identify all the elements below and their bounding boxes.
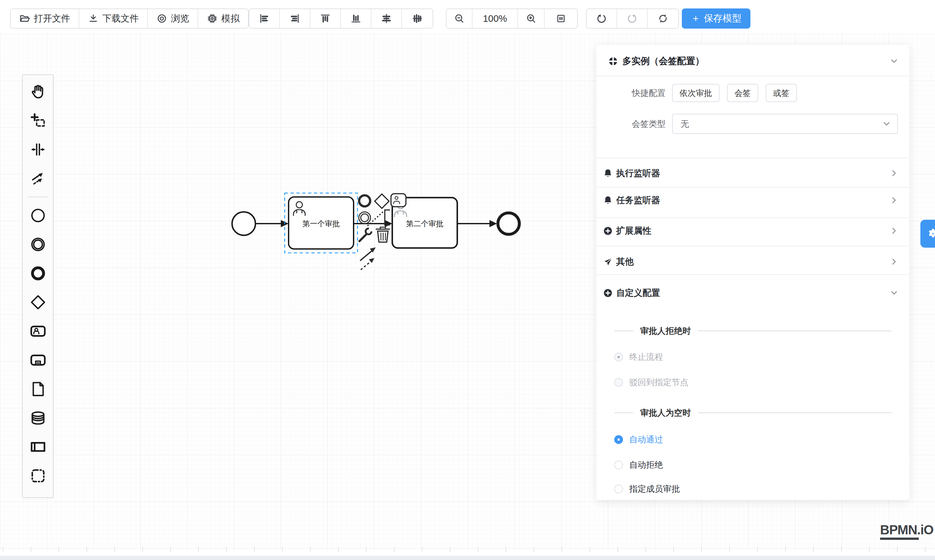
chevron-right-icon bbox=[889, 195, 899, 205]
create-end-event[interactable] bbox=[30, 265, 46, 282]
divider bbox=[614, 412, 633, 413]
hand-tool[interactable] bbox=[30, 83, 46, 100]
zoom-in-button[interactable] bbox=[518, 9, 545, 28]
align-right-icon bbox=[289, 13, 300, 24]
end-event-icon bbox=[30, 265, 46, 282]
hand-icon bbox=[30, 83, 46, 100]
sign-type-select[interactable]: 无 bbox=[672, 114, 898, 134]
preview-button[interactable]: 浏览 bbox=[148, 9, 198, 28]
palette-separator bbox=[28, 197, 48, 197]
end-event-shape[interactable] bbox=[498, 213, 519, 234]
divider bbox=[597, 76, 909, 76]
space-icon bbox=[30, 142, 46, 158]
simulate-label: 模拟 bbox=[221, 12, 240, 25]
space-tool[interactable] bbox=[30, 142, 46, 158]
divider bbox=[698, 412, 892, 413]
fit-viewport-icon bbox=[555, 13, 566, 24]
multi-instance-icon bbox=[608, 56, 618, 66]
section-task-listener[interactable]: 任务监听器 bbox=[597, 187, 909, 213]
radio-auto-reject[interactable]: 自动拒绝 bbox=[597, 455, 909, 474]
download-file-button[interactable]: 下载文件 bbox=[79, 9, 148, 28]
create-data-store[interactable] bbox=[30, 410, 46, 426]
start-event-shape[interactable] bbox=[232, 212, 255, 235]
open-file-label: 打开文件 bbox=[34, 12, 70, 25]
chevron-down-icon[interactable] bbox=[889, 56, 899, 66]
align-right-button[interactable] bbox=[280, 9, 311, 28]
undo-button[interactable] bbox=[587, 9, 617, 28]
top-toolbar: 打开文件 下载文件 浏览 模拟 bbox=[0, 0, 935, 34]
align-left-button[interactable] bbox=[249, 9, 280, 28]
zoom-in-icon bbox=[526, 13, 537, 24]
redo-button[interactable] bbox=[617, 9, 648, 28]
create-group[interactable] bbox=[30, 468, 46, 484]
task-label: 第一个审批 bbox=[303, 219, 340, 228]
radio-return-to-node[interactable]: 驳回到指定节点 bbox=[597, 372, 909, 392]
user-task-1[interactable]: 第一个审批 bbox=[289, 197, 354, 249]
lasso-tool[interactable] bbox=[30, 112, 46, 129]
radio-icon bbox=[614, 352, 623, 362]
quick-config-sequential-button[interactable]: 依次审批 bbox=[672, 84, 720, 102]
user-task-icon bbox=[30, 323, 46, 339]
lasso-icon bbox=[30, 112, 46, 129]
simulate-button[interactable]: 模拟 bbox=[198, 9, 248, 28]
align-bottom-button[interactable] bbox=[341, 9, 371, 28]
start-event-icon bbox=[30, 208, 46, 224]
divider bbox=[597, 246, 909, 246]
gear-icon bbox=[927, 228, 935, 240]
delete-trash-icon[interactable] bbox=[376, 227, 390, 242]
create-subprocess[interactable] bbox=[30, 352, 46, 368]
align-center-vertical-button[interactable] bbox=[402, 9, 432, 28]
radio-auto-pass[interactable]: 自动通过 bbox=[597, 430, 909, 449]
quick-config-orsign-button[interactable]: 或签 bbox=[766, 84, 797, 102]
sign-type-row: 会签类型 无 bbox=[597, 114, 909, 134]
restart-icon bbox=[657, 13, 669, 24]
reject-heading: 审批人拒绝时 bbox=[640, 325, 691, 337]
bpmn-io-logo[interactable]: BPMN.iO bbox=[880, 523, 933, 540]
bpmn-io-logo-underline bbox=[880, 538, 919, 540]
save-model-label: 保存模型 bbox=[704, 12, 742, 25]
open-file-button[interactable]: 打开文件 bbox=[11, 9, 79, 28]
quick-config-countersign-button[interactable]: 会签 bbox=[727, 84, 758, 102]
create-user-task[interactable] bbox=[30, 323, 46, 339]
align-top-button[interactable] bbox=[311, 9, 341, 28]
create-start-event[interactable] bbox=[30, 208, 46, 224]
fit-viewport-button[interactable] bbox=[545, 9, 577, 28]
data-object-icon bbox=[30, 381, 46, 397]
settings-tab[interactable] bbox=[920, 220, 935, 248]
panel-title: 多实例（会签配置） bbox=[622, 55, 704, 67]
align-top-icon bbox=[320, 13, 331, 24]
create-intermediate-event[interactable] bbox=[30, 236, 46, 252]
radio-icon bbox=[614, 460, 623, 469]
connect-tool-icon[interactable] bbox=[360, 247, 376, 270]
download-icon bbox=[88, 13, 99, 24]
section-execution-listener[interactable]: 执行监听器 bbox=[597, 160, 909, 186]
section-other[interactable]: 其他 bbox=[597, 249, 909, 275]
chevron-right-icon bbox=[889, 257, 899, 266]
radio-terminate-process[interactable]: 终止流程 bbox=[597, 347, 909, 367]
zoom-out-button[interactable] bbox=[446, 9, 472, 28]
restart-button[interactable] bbox=[648, 9, 678, 28]
append-gateway-icon[interactable] bbox=[375, 194, 389, 208]
chevron-right-icon bbox=[889, 226, 899, 235]
align-left-icon bbox=[259, 13, 270, 24]
append-user-task-icon[interactable] bbox=[391, 194, 406, 207]
plus-icon: ＋ bbox=[691, 12, 701, 25]
folder-open-icon bbox=[19, 13, 30, 24]
change-type-wrench-icon[interactable] bbox=[360, 228, 372, 241]
append-intermediate-event-icon[interactable] bbox=[359, 212, 371, 224]
create-participant[interactable] bbox=[30, 439, 46, 455]
section-extension-properties[interactable]: 扩展属性 bbox=[597, 218, 909, 244]
create-gateway[interactable] bbox=[30, 294, 46, 311]
zoom-level[interactable]: 100% bbox=[472, 9, 518, 28]
horizontal-scrollbar[interactable] bbox=[0, 556, 935, 560]
align-center-horizontal-button[interactable] bbox=[371, 9, 402, 28]
radio-assign-member[interactable]: 指定成员审批 bbox=[597, 479, 909, 498]
append-end-event-icon[interactable] bbox=[359, 195, 370, 206]
data-store-icon bbox=[30, 410, 46, 426]
create-data-object[interactable] bbox=[30, 381, 46, 397]
save-model-button[interactable]: ＋ 保存模型 bbox=[682, 8, 750, 29]
panel-header[interactable]: 多实例（会签配置） bbox=[597, 51, 909, 71]
section-custom-config[interactable]: 自定义配置 bbox=[597, 280, 909, 306]
align-button-group bbox=[249, 8, 433, 29]
global-connect-tool[interactable] bbox=[30, 170, 46, 186]
